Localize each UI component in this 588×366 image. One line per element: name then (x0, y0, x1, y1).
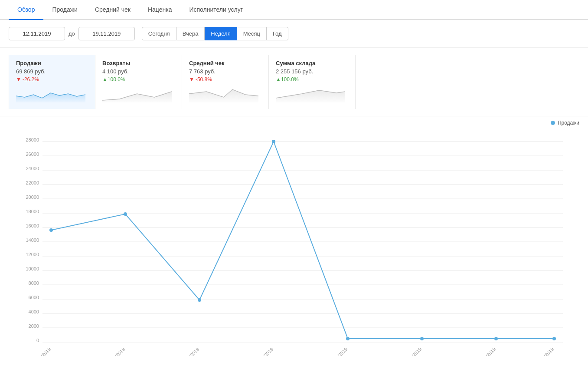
legend-label: Продажи (558, 120, 579, 126)
controls-bar: до Сегодня Вчера Неделя Месяц Год (0, 20, 588, 48)
svg-text:14/1/2019: 14/1/2019 (181, 346, 200, 356)
tab-markup[interactable]: Наценка (139, 0, 181, 20)
card-returns: Возвраты 4 100 руб. ▲100.0% (95, 55, 182, 109)
svg-text:6000: 6000 (29, 295, 39, 300)
svg-text:16/1/2019: 16/1/2019 (330, 346, 348, 356)
svg-text:8000: 8000 (29, 280, 39, 286)
svg-text:12/1/2019: 12/1/2019 (33, 346, 52, 356)
svg-text:22000: 22000 (26, 180, 39, 185)
period-yesterday[interactable]: Вчера (176, 27, 205, 40)
svg-point-39 (420, 337, 424, 340)
svg-text:16000: 16000 (26, 223, 39, 228)
card-avg-check-value: 7 763 руб. (189, 68, 261, 75)
period-year[interactable]: Год (267, 27, 288, 40)
main-chart-area: 0 2000 4000 6000 8000 10000 12000 14000 … (0, 126, 588, 366)
svg-text:10000: 10000 (26, 266, 39, 271)
svg-text:12000: 12000 (26, 252, 39, 257)
svg-text:20000: 20000 (26, 195, 39, 200)
date-to-input[interactable] (78, 27, 135, 40)
svg-marker-1 (102, 92, 172, 102)
card-returns-title: Возвраты (102, 60, 175, 66)
tab-overview[interactable]: Обзор (9, 0, 43, 20)
svg-marker-2 (189, 89, 258, 102)
svg-point-34 (49, 228, 53, 232)
card-warehouse-value: 2 255 156 руб. (276, 68, 348, 75)
card-returns-change: ▲100.0% (102, 76, 175, 82)
arrow-down-icon2: ▼ (189, 76, 194, 82)
card-returns-value: 4 100 руб. (102, 68, 175, 75)
svg-text:15/1/2019: 15/1/2019 (255, 346, 274, 356)
date-from-input[interactable] (9, 27, 65, 40)
card-sales-title: Продажи (16, 60, 88, 66)
card-sales-value: 69 869 руб. (16, 68, 88, 75)
period-buttons: Сегодня Вчера Неделя Месяц Год (142, 27, 288, 40)
svg-text:13/1/2019: 13/1/2019 (107, 346, 126, 356)
card-warehouse-title: Сумма склада (276, 60, 348, 66)
card-warehouse-change: ▲100.0% (276, 76, 348, 82)
svg-text:28000: 28000 (26, 137, 39, 142)
chart-legend: Продажи (0, 116, 588, 126)
tab-executors[interactable]: Исполнители услуг (180, 0, 251, 20)
svg-text:24000: 24000 (26, 166, 39, 171)
nav-tabs: Обзор Продажи Средний чек Наценка Исполн… (0, 0, 588, 20)
tab-sales[interactable]: Продажи (43, 0, 86, 20)
card-sales: Продажи 69 869 руб. ▼ -26.2% (9, 55, 95, 109)
svg-point-36 (198, 298, 201, 302)
date-separator: до (69, 30, 75, 37)
card-avg-check-mini-chart (189, 85, 261, 104)
summary-cards: Продажи 69 869 руб. ▼ -26.2% Возвраты 4 … (0, 48, 588, 116)
period-week[interactable]: Неделя (205, 27, 237, 40)
card-avg-check: Средний чек 7 763 руб. ▼ -50.8% (182, 55, 269, 109)
card-returns-mini-chart (102, 85, 175, 104)
card-avg-check-change: ▼ -50.8% (189, 76, 261, 82)
svg-text:14000: 14000 (26, 237, 39, 243)
svg-text:4000: 4000 (29, 309, 39, 314)
svg-text:0: 0 (36, 338, 39, 343)
svg-point-35 (124, 212, 127, 216)
svg-text:19/1/2019: 19/1/2019 (536, 346, 555, 356)
svg-text:18000: 18000 (26, 209, 39, 214)
card-sales-mini-chart (16, 85, 88, 104)
svg-text:2000: 2000 (29, 323, 39, 329)
svg-text:17/1/2019: 17/1/2019 (404, 346, 422, 356)
svg-point-41 (552, 337, 556, 340)
card-avg-check-title: Средний чек (189, 60, 261, 66)
period-month[interactable]: Месяц (237, 27, 267, 40)
svg-point-40 (494, 337, 498, 340)
svg-point-37 (272, 140, 275, 143)
svg-text:18/1/2019: 18/1/2019 (478, 346, 497, 356)
svg-point-38 (346, 337, 350, 340)
legend-dot (551, 121, 555, 125)
period-today[interactable]: Сегодня (142, 27, 176, 40)
card-warehouse: Сумма склада 2 255 156 руб. ▲100.0% (269, 55, 356, 109)
card-warehouse-mini-chart (276, 85, 348, 104)
arrow-down-icon: ▼ (16, 76, 21, 82)
card-sales-change: ▼ -26.2% (16, 76, 88, 82)
tab-avg-check[interactable]: Средний чек (86, 0, 139, 20)
svg-marker-0 (16, 93, 85, 102)
svg-text:26000: 26000 (26, 152, 39, 157)
